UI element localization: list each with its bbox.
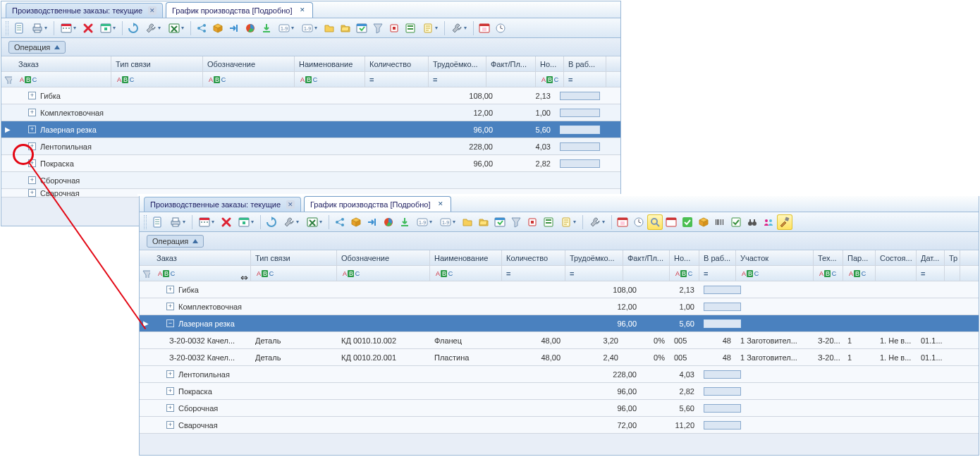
settings-button[interactable]: [280, 214, 302, 230]
module-button[interactable]: [525, 214, 540, 230]
expand-icon[interactable]: +: [166, 404, 174, 412]
filter-button[interactable]: [508, 214, 524, 230]
share-button[interactable]: [194, 20, 209, 36]
tab-schedule[interactable]: График производства [Подробно] ✕: [304, 196, 451, 212]
package-b-button[interactable]: [696, 214, 711, 230]
confirm-button[interactable]: [680, 214, 695, 230]
range-a-button[interactable]: [275, 20, 298, 36]
settings-button[interactable]: [142, 20, 164, 36]
binoculars-button[interactable]: [745, 214, 760, 230]
clock-button[interactable]: [631, 214, 647, 230]
calendar-button[interactable]: [57, 20, 80, 36]
col-factplan[interactable]: Факт/Пл...: [623, 250, 670, 265]
group-row[interactable]: +Сварочная72,0011,20: [140, 417, 979, 434]
filter-icon[interactable]: [140, 266, 152, 281]
expand-icon[interactable]: +: [28, 109, 36, 116]
col-tr[interactable]: Тр: [945, 250, 960, 265]
filter-no[interactable]: ABC: [536, 72, 564, 87]
list-button[interactable]: [403, 20, 418, 36]
calendar-ok-button[interactable]: [492, 214, 508, 230]
table-row[interactable]: З-20-0032 Качел...ДетальКД 0010.10.002Фл…: [140, 332, 979, 349]
find-button[interactable]: [647, 214, 663, 230]
calendar-b-button[interactable]: [97, 20, 119, 36]
expand-icon[interactable]: −: [166, 319, 174, 327]
expand-icon[interactable]: +: [166, 303, 174, 310]
download-button[interactable]: [397, 214, 412, 230]
expand-icon[interactable]: +: [166, 387, 174, 395]
col-state[interactable]: Состоя...: [876, 250, 917, 265]
group-row[interactable]: +Гибка108,002,13: [1, 87, 620, 104]
group-row[interactable]: +Сборочная: [1, 172, 620, 189]
folder-b-button[interactable]: [338, 20, 353, 36]
filter-labor[interactable]: =: [429, 72, 486, 87]
group-row[interactable]: +Гибка108,002,13: [140, 281, 979, 298]
col-par[interactable]: Пар...: [843, 250, 876, 265]
expand-icon[interactable]: +: [28, 126, 36, 133]
filter-qty[interactable]: =: [365, 72, 429, 87]
calendar-d-button[interactable]: [663, 214, 679, 230]
col-no[interactable]: Но...: [670, 250, 699, 265]
group-row[interactable]: +Сборочная96,005,60: [140, 400, 979, 417]
filter-name[interactable]: ABC: [295, 72, 365, 87]
delete-button[interactable]: [80, 20, 96, 36]
col-linktype[interactable]: Тип связи: [111, 56, 203, 71]
col-designation[interactable]: Обозначение: [337, 250, 430, 265]
folder-a-button[interactable]: [321, 20, 337, 36]
tools-button[interactable]: [777, 214, 792, 230]
group-row[interactable]: +Покраска96,002,82: [140, 383, 979, 400]
group-pill-operation[interactable]: Операция: [147, 235, 204, 248]
tab-orders[interactable]: Производственные заказы: текущие ✕: [144, 197, 301, 212]
col-factplan[interactable]: Факт/Пл...: [486, 56, 536, 71]
folder-a-button[interactable]: [460, 214, 475, 230]
group-row[interactable]: +Комплектовочная12,001,00: [140, 298, 979, 315]
group-row[interactable]: ▶+Лазерная резка96,005,60: [1, 121, 620, 138]
group-row[interactable]: +Лентопильная228,004,03: [140, 366, 979, 383]
group-pill-operation[interactable]: Операция: [8, 41, 66, 54]
filter-order[interactable]: ABC: [14, 72, 111, 87]
expand-icon[interactable]: +: [28, 92, 36, 99]
barcode-button[interactable]: [712, 214, 728, 230]
toolbar-handle[interactable]: [144, 215, 147, 229]
calendar-c-button[interactable]: [615, 214, 630, 230]
expand-icon[interactable]: +: [28, 189, 36, 197]
col-name[interactable]: Наименование: [295, 56, 365, 71]
new-doc-button[interactable]: [12, 20, 27, 36]
group-row[interactable]: +Покраска96,002,82: [1, 155, 620, 172]
download-button[interactable]: [259, 20, 274, 36]
refresh-button[interactable]: [264, 214, 279, 230]
expand-icon[interactable]: +: [166, 421, 174, 429]
expand-icon[interactable]: +: [28, 176, 36, 184]
package-button[interactable]: [348, 214, 364, 230]
col-tech[interactable]: Тех...: [814, 250, 843, 265]
share-button[interactable]: [332, 214, 348, 230]
col-name[interactable]: Наименование: [430, 250, 502, 265]
list-button[interactable]: [541, 214, 556, 230]
package-button[interactable]: [210, 20, 226, 36]
clock-button[interactable]: [493, 20, 508, 36]
excel-button[interactable]: [165, 20, 188, 36]
print-button[interactable]: [166, 214, 189, 230]
filter-icon[interactable]: [1, 72, 14, 87]
group-row[interactable]: +Комплектовочная12,001,00: [1, 104, 620, 121]
close-icon[interactable]: ✕: [298, 6, 307, 15]
col-qty[interactable]: Количество: [365, 56, 429, 71]
users-button[interactable]: [761, 214, 776, 230]
expand-icon[interactable]: +: [166, 370, 174, 378]
col-no[interactable]: Но...: [536, 56, 564, 71]
tab-schedule[interactable]: График производства [Подробно] ✕: [166, 2, 313, 18]
calendar-ok-button[interactable]: [354, 20, 369, 36]
table-row[interactable]: З-20-0032 Качел...ДетальКД 0010.20.001Пл…: [140, 349, 979, 366]
toolbar-handle[interactable]: [6, 21, 8, 35]
refresh-button[interactable]: [125, 20, 141, 36]
goto-button[interactable]: [226, 20, 242, 36]
col-linktype[interactable]: Тип связи: [251, 250, 337, 265]
col-qty[interactable]: Количество: [502, 250, 565, 265]
group-panel[interactable]: Операция: [1, 38, 620, 56]
excel-button[interactable]: [303, 214, 326, 230]
filter-inwork[interactable]: =: [564, 72, 606, 87]
note-button[interactable]: [419, 20, 441, 36]
col-designation[interactable]: Обозначение: [203, 56, 295, 71]
col-order[interactable]: Заказ: [14, 56, 111, 71]
expand-icon[interactable]: +: [28, 159, 36, 167]
filter-button[interactable]: [370, 20, 386, 36]
